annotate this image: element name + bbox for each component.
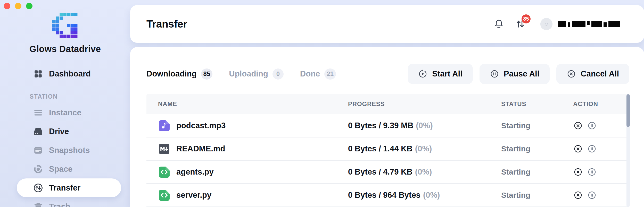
scrollbar-thumb[interactable] xyxy=(626,94,630,127)
drive-icon xyxy=(33,127,43,136)
tab-label: Uploading xyxy=(229,69,268,79)
status-cell: Starting xyxy=(501,121,573,130)
transfer-panel: Downloading85Uploading0Done21 Start AllP… xyxy=(130,47,644,207)
file-name: README.md xyxy=(176,144,225,153)
pause-transfer-button[interactable] xyxy=(587,121,597,131)
sidebar-item-drive[interactable]: Drive xyxy=(17,122,121,141)
space-icon xyxy=(33,164,43,174)
header-divider xyxy=(534,18,534,30)
status-cell: Starting xyxy=(501,168,573,176)
notifications-button[interactable] xyxy=(493,19,504,29)
progress-cell: 0 Bytes / 1.44 KB(0%) xyxy=(348,144,501,153)
sidebar-item-instance[interactable]: Instance xyxy=(17,103,121,122)
tab-count-badge: 21 xyxy=(324,68,336,80)
tab-done[interactable]: Done21 xyxy=(300,68,336,80)
page-title: Transfer xyxy=(146,18,187,30)
file-name: agents.py xyxy=(176,167,214,177)
pause-all-button[interactable]: Pause All xyxy=(480,64,550,84)
code-file-icon xyxy=(158,189,170,201)
code-file-icon xyxy=(158,166,170,178)
pause-circle-icon xyxy=(490,69,499,79)
sidebar-item-transfer[interactable]: Transfer xyxy=(17,178,121,197)
table-row: agents.py0 Bytes / 4.79 KB(0%)Starting xyxy=(146,161,629,184)
pause-transfer-button[interactable] xyxy=(587,144,597,154)
table-body: podcast.mp30 Bytes / 9.39 MB(0%)Starting… xyxy=(146,114,629,207)
button-label: Pause All xyxy=(504,69,539,79)
list-icon xyxy=(33,108,43,118)
close-window-button[interactable] xyxy=(4,3,10,9)
app-window: Glows Datadrive DashboardSTATIONInstance… xyxy=(0,0,644,207)
cancel-transfer-button[interactable] xyxy=(573,121,583,131)
tab-label: Downloading xyxy=(146,69,197,79)
sidebar-item-label: Dashboard xyxy=(49,69,91,79)
app-name: Glows Datadrive xyxy=(0,44,130,54)
column-header-name: NAME xyxy=(146,100,348,108)
cancel-transfer-button[interactable] xyxy=(573,167,583,177)
file-name-cell: server.py xyxy=(146,189,348,201)
sidebar-item-label: Transfer xyxy=(49,183,80,193)
progress-value: 0 Bytes / 1.44 KB xyxy=(348,144,412,153)
sidebar-item-snapshots[interactable]: Snapshots xyxy=(17,141,121,160)
sidebar-item-label: Space xyxy=(49,165,72,174)
cancel-transfer-button[interactable] xyxy=(573,190,583,200)
top-bar-right: 85 xyxy=(493,18,620,30)
bulk-actions: Start AllPause AllCancel All xyxy=(408,64,629,84)
bell-icon xyxy=(493,19,504,29)
tab-count-badge: 85 xyxy=(201,68,213,80)
sidebar-item-space[interactable]: Space xyxy=(17,160,121,178)
table-row: podcast.mp30 Bytes / 9.39 MB(0%)Starting xyxy=(146,114,629,137)
tab-uploading[interactable]: Uploading0 xyxy=(229,68,284,80)
sidebar-item-trash[interactable]: Trash xyxy=(17,197,121,207)
tab-label: Done xyxy=(300,69,320,79)
pause-transfer-button[interactable] xyxy=(587,190,597,200)
zoom-window-button[interactable] xyxy=(26,3,32,9)
progress-value: 0 Bytes / 4.79 KB xyxy=(348,167,412,176)
scrollbar-track[interactable] xyxy=(626,94,630,207)
cancel-transfer-button[interactable] xyxy=(573,144,583,154)
user-name-redacted[interactable] xyxy=(558,21,620,27)
tab-downloading[interactable]: Downloading85 xyxy=(146,68,212,80)
table-row: server.py0 Bytes / 964 Bytes(0%)Starting xyxy=(146,184,629,207)
user-avatar[interactable] xyxy=(540,18,552,30)
action-cell xyxy=(573,121,629,131)
transfer-tabs: Downloading85Uploading0Done21 xyxy=(146,68,336,80)
sidebar-item-dashboard[interactable]: Dashboard xyxy=(17,64,121,83)
progress-percent: (0%) xyxy=(416,121,433,130)
action-cell xyxy=(573,190,629,200)
markdown-file-icon xyxy=(158,143,170,155)
cancel-all-button[interactable]: Cancel All xyxy=(556,64,629,84)
pause-transfer-button[interactable] xyxy=(587,167,597,177)
trash-icon xyxy=(33,202,43,207)
glows-datadrive-logo xyxy=(52,13,78,38)
tab-count-badge: 0 xyxy=(273,68,284,80)
top-bar: Transfer 85 xyxy=(130,5,644,43)
status-cell: Starting xyxy=(501,144,573,153)
sidebar-item-label: Drive xyxy=(49,127,69,136)
sidebar-item-label: Snapshots xyxy=(49,146,90,155)
transfer-table: NAMEPROGRESSSTATUSACTION podcast.mp30 By… xyxy=(146,94,629,207)
grid-icon xyxy=(33,69,43,79)
sidebar-item-label: Trash xyxy=(49,202,70,207)
table-header: NAMEPROGRESSSTATUSACTION xyxy=(146,94,629,114)
panel-toolbar: Downloading85Uploading0Done21 Start AllP… xyxy=(146,64,629,84)
column-header-status: STATUS xyxy=(501,100,573,108)
progress-percent: (0%) xyxy=(423,191,440,200)
button-label: Cancel All xyxy=(581,69,619,79)
window-controls xyxy=(4,3,32,9)
progress-percent: (0%) xyxy=(415,167,432,176)
file-name: podcast.mp3 xyxy=(176,121,226,130)
sidebar-section-label: STATION xyxy=(17,90,121,103)
sidebar: Glows Datadrive DashboardSTATIONInstance… xyxy=(0,0,130,207)
action-cell xyxy=(573,144,629,154)
snapshots-icon xyxy=(33,145,43,155)
start-all-button[interactable]: Start All xyxy=(408,64,473,84)
minimize-window-button[interactable] xyxy=(15,3,21,9)
file-name: server.py xyxy=(176,191,211,200)
sidebar-item-label: Instance xyxy=(49,108,81,117)
progress-percent: (0%) xyxy=(415,144,432,153)
transfer-count-badge: 85 xyxy=(522,14,531,23)
audio-file-icon xyxy=(158,120,170,132)
file-name-cell: agents.py xyxy=(146,166,348,178)
transfer-activity-button[interactable]: 85 xyxy=(515,18,526,30)
file-name-cell: podcast.mp3 xyxy=(146,120,348,132)
